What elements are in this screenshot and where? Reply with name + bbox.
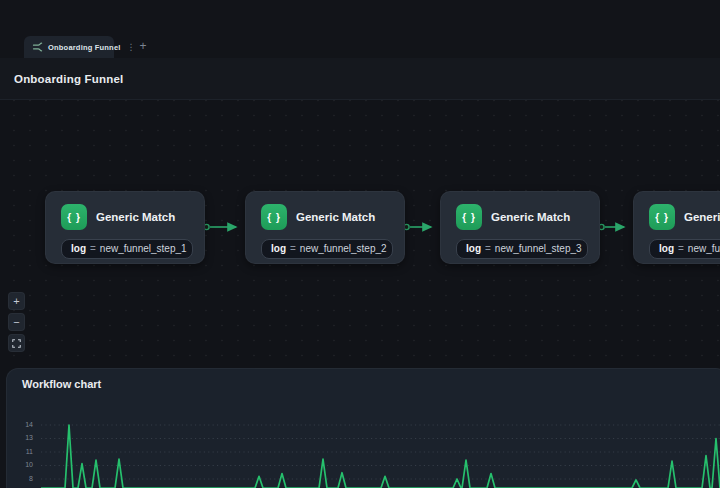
tab-bar: Onboarding Funnel ⋮ + — [0, 36, 720, 58]
param-key: log — [466, 243, 481, 254]
param-operator: = — [290, 243, 296, 254]
node-title: Generic Match — [491, 211, 570, 223]
braces-icon: { } — [456, 204, 482, 230]
workflow-icon — [32, 42, 43, 52]
page-title: Onboarding Funnel — [14, 73, 123, 85]
edge-3 — [599, 224, 624, 229]
workflow-chart-svg — [41, 417, 720, 488]
node-generic-match-3[interactable]: { } Generic Match log = new_funnel_step_… — [440, 191, 600, 264]
param-value: new_funnel_step_2 — [300, 243, 387, 254]
braces-icon: { } — [649, 204, 675, 230]
param-operator: = — [485, 243, 491, 254]
zoom-in-button[interactable]: + — [8, 292, 25, 310]
tab-onboarding-funnel[interactable]: Onboarding Funnel ⋮ — [24, 36, 114, 58]
workflow-chart-panel: Workflow chart 14 13 11 10 8 — [6, 368, 720, 488]
tab-label: Onboarding Funnel — [48, 43, 121, 52]
node-title: Generic Match — [96, 211, 175, 223]
braces-icon: { } — [61, 204, 87, 230]
fit-view-button[interactable] — [8, 334, 25, 352]
node-header: { } Generic Match — [649, 204, 720, 230]
param-key: log — [659, 243, 674, 254]
node-header: { } Generic Match — [61, 204, 190, 230]
param-value: new_funnel_step_3 — [495, 243, 582, 254]
param-key: log — [271, 243, 286, 254]
node-param-pill[interactable]: log = new_funnel_step_1 — [61, 239, 193, 259]
new-tab-button[interactable]: + — [135, 39, 151, 55]
canvas-zoom-controls: + − — [8, 292, 25, 352]
workflow-canvas[interactable]: { } Generic Match log = new_funnel_step_… — [0, 100, 720, 390]
node-generic-match-1[interactable]: { } Generic Match log = new_funnel_step_… — [45, 191, 205, 264]
app-window: Onboarding Funnel ⋮ + Onboarding Funnel — [0, 0, 720, 488]
node-param-pill[interactable]: log = new_funnel_step_2 — [261, 239, 393, 259]
fit-view-icon — [12, 339, 21, 348]
node-header: { } Generic Match — [456, 204, 585, 230]
y-tick-label: 14 — [13, 421, 33, 428]
node-title: Generic Match — [684, 211, 720, 223]
node-generic-match-2[interactable]: { } Generic Match log = new_funnel_step_… — [245, 191, 405, 264]
node-param-pill[interactable]: log = new_funnel_step_4 — [649, 239, 720, 259]
y-tick-label: 8 — [13, 475, 33, 482]
param-key: log — [71, 243, 86, 254]
workflow-header: Onboarding Funnel — [0, 58, 720, 100]
node-header: { } Generic Match — [261, 204, 390, 230]
node-generic-match-4[interactable]: { } Generic Match log = new_funnel_step_… — [633, 191, 720, 264]
edge-1 — [204, 224, 236, 229]
braces-icon: { } — [261, 204, 287, 230]
edge-2 — [404, 224, 431, 229]
top-bar — [0, 0, 720, 36]
chart-y-axis: 14 13 11 10 8 — [7, 369, 36, 488]
y-tick-label: 13 — [13, 434, 33, 441]
param-operator: = — [90, 243, 96, 254]
param-operator: = — [678, 243, 684, 254]
zoom-out-button[interactable]: − — [8, 313, 25, 331]
y-tick-label: 11 — [13, 448, 33, 455]
param-value: new_funnel_step_1 — [100, 243, 187, 254]
param-value: new_funnel_step_4 — [688, 243, 720, 254]
node-title: Generic Match — [296, 211, 375, 223]
y-tick-label: 10 — [13, 461, 33, 468]
node-param-pill[interactable]: log = new_funnel_step_3 — [456, 239, 588, 259]
